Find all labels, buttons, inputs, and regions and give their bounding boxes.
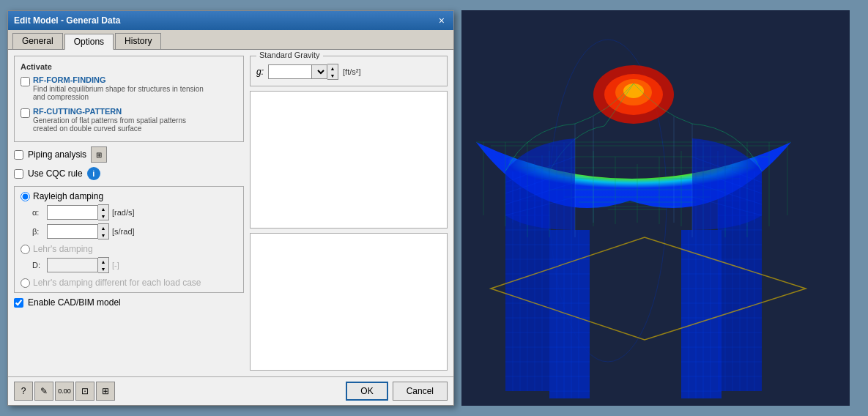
beta-down[interactable]: ▼	[98, 231, 108, 239]
rayleigh-row: Rayleigh damping	[21, 191, 237, 201]
ok-button[interactable]: OK	[346, 382, 387, 401]
cancel-button[interactable]: Cancel	[393, 382, 448, 401]
g-spin-buttons: ▲ ▼	[327, 64, 338, 80]
beta-unit: [s/rad]	[112, 227, 135, 236]
rayleigh-radio[interactable]	[21, 192, 30, 201]
beta-label: β:	[32, 227, 44, 236]
options-section: Piping analysis ⊞ Use CQC rule i	[14, 146, 244, 308]
rf-form-finding-row: RF-FORM-FINDING Find initial equilibrium…	[21, 75, 237, 101]
tab-general[interactable]: General	[12, 33, 63, 49]
lehrs-row: Lehr's damping	[21, 244, 237, 254]
pipe-icon[interactable]: ⊞	[91, 146, 107, 163]
d-up[interactable]: ▲	[98, 258, 108, 265]
beta-up[interactable]: ▲	[98, 224, 108, 231]
activate-section: Activate RF-FORM-FINDING Find initial eq…	[14, 56, 244, 142]
d-spin-buttons: ▲ ▼	[98, 257, 109, 273]
rf-form-finding-name: RF-FORM-FINDING	[33, 75, 204, 84]
cqc-row: Use CQC rule i	[14, 167, 244, 180]
edit-icon-btn[interactable]: ✎	[34, 382, 53, 401]
dialog: Edit Model - General Data × General Opti…	[7, 10, 454, 406]
rf-cutting-pattern-name: RF-CUTTING-PATTERN	[33, 107, 186, 116]
d-unit: [-]	[112, 261, 119, 270]
info-icon[interactable]: i	[87, 167, 100, 180]
d-label: D:	[32, 261, 44, 270]
tab-bar: General Options History	[8, 30, 453, 50]
g-label: g:	[256, 67, 264, 77]
rf-cutting-pattern-checkbox[interactable]	[21, 108, 30, 118]
tab-history[interactable]: History	[115, 33, 161, 49]
bim-row: Enable CAD/BIM model	[14, 297, 244, 308]
title-bar: Edit Model - General Data ×	[8, 11, 453, 30]
copy-icon-btn[interactable]: ⊡	[75, 382, 94, 401]
decimal-icon-btn[interactable]: 0.00	[55, 382, 74, 401]
alpha-down[interactable]: ▼	[98, 212, 108, 220]
beta-spin-buttons: ▲ ▼	[98, 223, 109, 239]
alpha-spin-buttons: ▲ ▼	[98, 204, 109, 220]
svg-rect-42	[549, 230, 590, 398]
g-up[interactable]: ▲	[327, 64, 338, 72]
footer-icons: ? ✎ 0.00 ⊡ ⊞	[14, 382, 115, 401]
desktop: Edit Model - General Data × General Opti…	[0, 0, 868, 416]
beta-input[interactable]	[47, 224, 98, 239]
d-spin: ▲ ▼	[47, 257, 109, 273]
image-icon-btn[interactable]: ⊞	[96, 382, 115, 401]
3d-canvas	[461, 10, 850, 406]
cqc-label: Use CQC rule	[28, 168, 83, 179]
left-panel: Activate RF-FORM-FINDING Find initial eq…	[14, 56, 244, 371]
right-panel: Standard Gravity g: 32.17 ▲ ▼ [ft/s²]	[250, 56, 448, 371]
alpha-up[interactable]: ▲	[98, 205, 108, 212]
rf-cutting-pattern-desc: Generation of flat patterns from spatial…	[33, 116, 186, 133]
d-down[interactable]: ▼	[98, 265, 108, 272]
empty-box-1	[250, 91, 448, 229]
dialog-body: Activate RF-FORM-FINDING Find initial eq…	[8, 50, 453, 376]
rf-form-finding-desc: Find initial equilibrium shape for struc…	[33, 85, 204, 101]
lehrs-radio[interactable]	[21, 245, 30, 254]
gravity-row: g: 32.17 ▲ ▼ [ft/s²]	[256, 64, 441, 80]
d-input[interactable]	[47, 258, 98, 272]
piping-label: Piping analysis	[28, 149, 86, 160]
footer-buttons: OK Cancel	[346, 382, 448, 401]
rayleigh-label: Rayleigh damping	[33, 191, 103, 201]
alpha-spin: ▲ ▼	[47, 204, 109, 220]
g-unit: [ft/s²]	[343, 67, 360, 76]
g-dropdown[interactable]	[312, 64, 327, 79]
3d-visualization	[461, 10, 850, 406]
g-input[interactable]: 32.17	[268, 64, 312, 79]
beta-row: β: ▲ ▼ [s/rad]	[32, 223, 237, 239]
alpha-input[interactable]	[47, 205, 98, 220]
cqc-checkbox[interactable]	[14, 169, 23, 179]
activate-label: Activate	[21, 62, 237, 71]
lehrs-diff-radio[interactable]	[21, 278, 30, 288]
rf-form-finding-checkbox[interactable]	[21, 77, 30, 86]
tab-options[interactable]: Options	[64, 34, 114, 50]
alpha-label: α:	[32, 208, 44, 217]
help-icon-btn[interactable]: ?	[14, 382, 33, 401]
lehrs-diff-row: Lehr's damping different for each load c…	[21, 278, 237, 288]
empty-box-2	[250, 233, 448, 371]
lehrs-label: Lehr's damping	[33, 244, 93, 254]
gravity-label: Standard Gravity	[256, 51, 323, 59]
alpha-row: α: ▲ ▼ [rad/s]	[32, 204, 237, 220]
lehrs-diff-label: Lehr's damping different for each load c…	[33, 278, 201, 288]
g-spin: 32.17 ▲ ▼	[268, 64, 338, 80]
d-row: D: ▲ ▼ [-]	[32, 257, 237, 273]
gravity-section: Standard Gravity g: 32.17 ▲ ▼ [ft/s²]	[250, 56, 448, 86]
bim-checkbox[interactable]	[14, 298, 23, 308]
g-down[interactable]: ▼	[327, 72, 338, 79]
damping-group: Rayleigh damping α: ▲ ▼	[14, 186, 244, 293]
alpha-unit: [rad/s]	[112, 208, 135, 217]
beta-spin: ▲ ▼	[47, 223, 109, 239]
close-button[interactable]: ×	[436, 15, 448, 26]
piping-checkbox[interactable]	[14, 150, 23, 160]
dialog-title: Edit Model - General Data	[14, 15, 120, 26]
bim-label: Enable CAD/BIM model	[28, 297, 121, 308]
rf-cutting-pattern-row: RF-CUTTING-PATTERN Generation of flat pa…	[21, 107, 237, 133]
piping-row: Piping analysis ⊞	[14, 146, 244, 163]
dialog-footer: ? ✎ 0.00 ⊡ ⊞ OK Cancel	[8, 376, 453, 405]
